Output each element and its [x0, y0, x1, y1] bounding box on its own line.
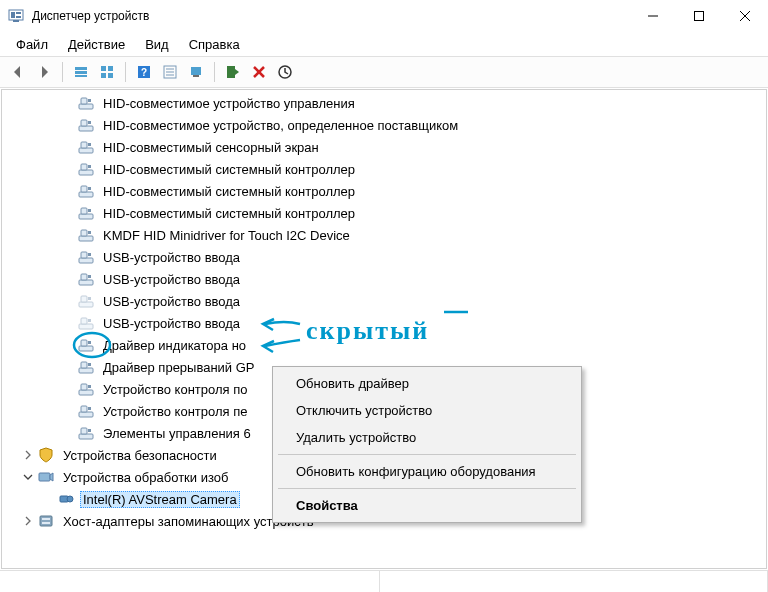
menu-action[interactable]: Действие: [60, 35, 133, 54]
tree-item-label: USB-устройство ввода: [100, 271, 243, 288]
hid-device-icon: [78, 425, 94, 441]
tree-item[interactable]: HID-совместимое устройство, определенное…: [2, 114, 766, 136]
svg-rect-3: [16, 16, 21, 18]
forward-button[interactable]: [32, 60, 56, 84]
svg-rect-32: [81, 120, 87, 126]
menu-help[interactable]: Справка: [181, 35, 248, 54]
chevron-right-icon[interactable]: [22, 449, 34, 461]
svg-rect-42: [88, 187, 91, 190]
tree-item-label: Устройства обработки изоб: [60, 469, 231, 486]
svg-rect-64: [79, 368, 93, 373]
svg-rect-29: [81, 98, 87, 104]
svg-rect-40: [79, 192, 93, 197]
svg-rect-12: [101, 66, 106, 71]
svg-rect-72: [88, 407, 91, 410]
menubar: Файл Действие Вид Справка: [0, 32, 768, 56]
svg-rect-47: [81, 230, 87, 236]
maximize-button[interactable]: [676, 0, 722, 32]
svg-rect-73: [79, 434, 93, 439]
tree-item[interactable]: USB-устройство ввода: [2, 246, 766, 268]
svg-rect-35: [81, 142, 87, 148]
svg-rect-48: [88, 231, 91, 234]
svg-rect-59: [81, 318, 87, 324]
svg-rect-22: [191, 67, 201, 75]
hid-device-icon: [78, 337, 94, 353]
tree-item-label: HID-совместимое устройство управления: [100, 95, 358, 112]
minimize-button[interactable]: [630, 0, 676, 32]
show-all-button[interactable]: [69, 60, 93, 84]
ctx-scan-hardware[interactable]: Обновить конфигурацию оборудования: [276, 458, 578, 485]
ctx-disable-device[interactable]: Отключить устройство: [276, 397, 578, 424]
tree-item[interactable]: HID-совместимый системный контроллер: [2, 158, 766, 180]
menu-view[interactable]: Вид: [137, 35, 177, 54]
tree-item-label: USB-устройство ввода: [100, 315, 243, 332]
hid-device-icon: [78, 293, 94, 309]
svg-rect-34: [79, 148, 93, 153]
svg-rect-74: [81, 428, 87, 434]
svg-rect-51: [88, 253, 91, 256]
context-menu: Обновить драйвер Отключить устройство Уд…: [272, 366, 582, 523]
svg-rect-56: [81, 296, 87, 302]
help-button[interactable]: ?: [132, 60, 156, 84]
chevron-down-icon[interactable]: [22, 471, 34, 483]
scan-button[interactable]: [184, 60, 208, 84]
menu-file[interactable]: Файл: [8, 35, 56, 54]
svg-rect-44: [81, 208, 87, 214]
tree-item[interactable]: HID-совместимый системный контроллер: [2, 202, 766, 224]
svg-rect-70: [79, 412, 93, 417]
tree-item[interactable]: USB-устройство ввода: [2, 312, 766, 334]
chevron-right-icon[interactable]: [22, 515, 34, 527]
svg-rect-4: [13, 20, 19, 22]
tree-item[interactable]: HID-совместимый системный контроллер: [2, 180, 766, 202]
toolbar-separator: [125, 62, 126, 82]
back-button[interactable]: [6, 60, 30, 84]
svg-rect-52: [79, 280, 93, 285]
tree-item[interactable]: USB-устройство ввода: [2, 268, 766, 290]
svg-rect-68: [81, 384, 87, 390]
tree-item[interactable]: HID-совместимое устройство управления: [2, 92, 766, 114]
close-button[interactable]: [722, 0, 768, 32]
svg-rect-76: [39, 473, 50, 481]
ctx-uninstall-device[interactable]: Удалить устройство: [276, 424, 578, 451]
tree-item[interactable]: HID-совместимый сенсорный экран: [2, 136, 766, 158]
svg-rect-57: [88, 297, 91, 300]
tree-item-label: HID-совместимый системный контроллер: [100, 161, 358, 178]
svg-rect-41: [81, 186, 87, 192]
tree-item-label: Драйвер индикатора но: [100, 337, 249, 354]
svg-rect-75: [88, 429, 91, 432]
tree-item-label: HID-совместимый сенсорный экран: [100, 139, 322, 156]
svg-rect-23: [193, 75, 199, 77]
svg-rect-2: [16, 12, 21, 14]
hid-device-icon: [78, 161, 94, 177]
tree-item-label: Intel(R) AVStream Camera: [80, 491, 240, 508]
list-button[interactable]: [158, 60, 182, 84]
tree-item[interactable]: KMDF HID Minidriver for Touch I2C Device: [2, 224, 766, 246]
svg-rect-63: [88, 341, 91, 344]
shield-icon: [38, 447, 54, 463]
ctx-update-driver[interactable]: Обновить драйвер: [276, 370, 578, 397]
svg-rect-81: [42, 522, 50, 524]
svg-rect-10: [75, 71, 87, 74]
tree-item[interactable]: USB-устройство ввода: [2, 290, 766, 312]
enable-button[interactable]: [221, 60, 245, 84]
hid-device-icon: [78, 139, 94, 155]
hid-device-icon: [78, 249, 94, 265]
svg-rect-15: [108, 73, 113, 78]
tree-item-label: HID-совместимое устройство, определенное…: [100, 117, 461, 134]
details-button[interactable]: [95, 60, 119, 84]
ctx-properties[interactable]: Свойства: [276, 492, 578, 519]
svg-rect-6: [695, 12, 704, 21]
svg-rect-65: [81, 362, 87, 368]
svg-rect-46: [79, 236, 93, 241]
hid-device-icon: [78, 359, 94, 375]
tree-item[interactable]: Драйвер индикатора но: [2, 334, 766, 356]
toolbar-separator: [214, 62, 215, 82]
hid-device-icon: [78, 227, 94, 243]
app-icon: [8, 8, 24, 24]
hid-device-icon: [78, 183, 94, 199]
uninstall-button[interactable]: [247, 60, 271, 84]
update-button[interactable]: [273, 60, 297, 84]
svg-rect-49: [79, 258, 93, 263]
titlebar: Диспетчер устройств: [0, 0, 768, 32]
tree-item-label: Устройство контроля пе: [100, 403, 251, 420]
